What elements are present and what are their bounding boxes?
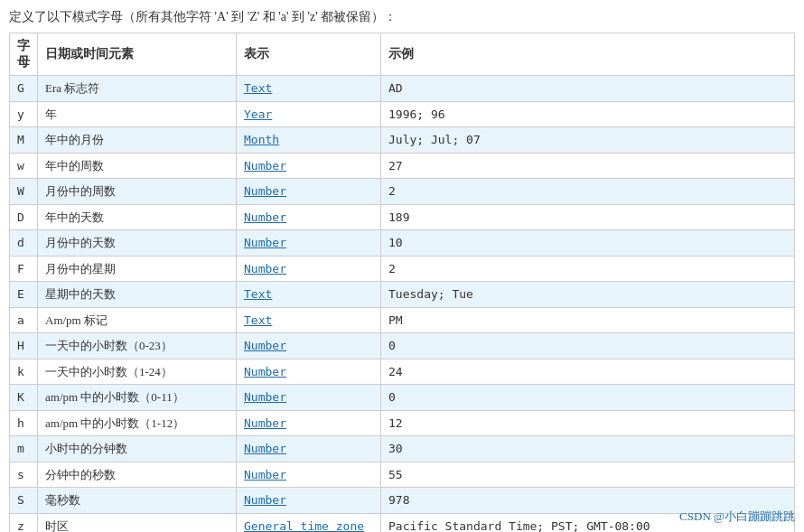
table-row: F月份中的星期Number2 — [10, 256, 795, 282]
cell-letter: W — [10, 179, 38, 205]
repr-link[interactable]: Text — [244, 81, 272, 95]
cell-representation[interactable]: Number — [237, 436, 381, 462]
table-row: H一天中的小时数（0-23）Number0 — [10, 333, 795, 359]
table-row: aAm/pm 标记TextPM — [10, 307, 795, 333]
cell-description: 年 — [38, 101, 237, 127]
cell-description: 年中的月份 — [38, 127, 237, 154]
cell-letter: S — [10, 488, 38, 514]
repr-link[interactable]: Number — [244, 339, 286, 352]
header-desc: 日期或时间元素 — [38, 33, 237, 76]
cell-representation[interactable]: Number — [237, 230, 381, 257]
cell-letter: G — [10, 76, 38, 102]
table-row: y年Year1996; 96 — [10, 101, 795, 127]
repr-link[interactable]: Number — [244, 416, 286, 430]
cell-example: 1996; 96 — [381, 101, 795, 127]
repr-link[interactable]: Number — [244, 468, 286, 481]
cell-example: 2 — [381, 256, 795, 282]
watermark: CSDN @小白蹦蹦跳跳 — [679, 509, 795, 525]
cell-representation[interactable]: Number — [237, 385, 381, 411]
cell-letter: m — [10, 436, 38, 462]
repr-link[interactable]: Month — [244, 133, 279, 146]
cell-description: 月份中的星期 — [38, 256, 237, 282]
table-row: D年中的天数Number189 — [10, 204, 795, 230]
cell-description: 时区 — [38, 513, 237, 532]
repr-link[interactable]: Text — [244, 287, 272, 301]
cell-letter: k — [10, 359, 38, 385]
cell-example: 55 — [381, 462, 795, 488]
table-header-row: 字母 日期或时间元素 表示 示例 — [10, 33, 795, 76]
cell-description: 毫秒数 — [38, 488, 237, 514]
cell-representation[interactable]: Number — [237, 179, 381, 205]
table-row: k一天中的小时数（1-24）Number24 — [10, 359, 795, 385]
cell-example: July; Jul; 07 — [381, 127, 795, 154]
cell-letter: h — [10, 410, 38, 436]
cell-example: 0 — [381, 385, 795, 411]
cell-representation[interactable]: Number — [237, 410, 381, 436]
cell-description: 分钟中的秒数 — [38, 462, 237, 488]
cell-representation[interactable]: Number — [237, 359, 381, 385]
repr-link[interactable]: Number — [244, 159, 286, 173]
cell-letter: d — [10, 230, 38, 257]
header-example: 示例 — [381, 33, 795, 76]
table-row: ham/pm 中的小时数（1-12）Number12 — [10, 410, 795, 436]
cell-representation[interactable]: Year — [237, 101, 381, 127]
cell-representation[interactable]: Month — [237, 127, 381, 154]
cell-description: 一天中的小时数（0-23） — [38, 333, 237, 359]
cell-representation[interactable]: Number — [237, 256, 381, 282]
cell-representation[interactable]: Number — [237, 153, 381, 179]
repr-link[interactable]: Year — [244, 107, 272, 121]
cell-example: 24 — [381, 359, 795, 385]
table-row: w年中的周数Number27 — [10, 153, 795, 179]
table-row: z时区General time zonePacific Standard Tim… — [10, 513, 795, 532]
table-row: GEra 标志符TextAD — [10, 76, 795, 102]
cell-example: Tuesday; Tue — [381, 282, 795, 308]
repr-link[interactable]: Text — [244, 313, 272, 327]
table-row: m小时中的分钟数Number30 — [10, 436, 795, 462]
cell-example: 189 — [381, 204, 795, 230]
repr-link[interactable]: Number — [244, 236, 286, 249]
intro-text: 定义了以下模式字母（所有其他字符 'A' 到 'Z' 和 'a' 到 'z' 都… — [0, 0, 804, 33]
repr-link[interactable]: Number — [244, 442, 286, 455]
repr-link[interactable]: Number — [244, 493, 286, 507]
cell-example: 0 — [381, 333, 795, 359]
table-row: Kam/pm 中的小时数（0-11）Number0 — [10, 385, 795, 411]
cell-example: PM — [381, 307, 795, 333]
table-wrapper: 字母 日期或时间元素 表示 示例 GEra 标志符TextADy年Year199… — [0, 33, 804, 532]
cell-letter: w — [10, 153, 38, 179]
repr-link[interactable]: Number — [244, 184, 286, 198]
pattern-table: 字母 日期或时间元素 表示 示例 GEra 标志符TextADy年Year199… — [9, 33, 795, 532]
header-repr: 表示 — [237, 33, 381, 76]
cell-description: 一天中的小时数（1-24） — [38, 359, 237, 385]
cell-representation[interactable]: Number — [237, 488, 381, 514]
cell-description: 年中的天数 — [38, 204, 237, 230]
cell-representation[interactable]: Number — [237, 462, 381, 488]
cell-example: 12 — [381, 410, 795, 436]
cell-representation[interactable]: Text — [237, 307, 381, 333]
repr-link[interactable]: Number — [244, 365, 286, 378]
header-letter: 字母 — [10, 33, 38, 76]
cell-representation[interactable]: General time zone — [237, 513, 381, 532]
cell-representation[interactable]: Number — [237, 204, 381, 230]
cell-letter: M — [10, 127, 38, 154]
table-row: S毫秒数Number978 — [10, 488, 795, 514]
cell-letter: H — [10, 333, 38, 359]
table-row: M年中的月份MonthJuly; Jul; 07 — [10, 127, 795, 154]
cell-description: Era 标志符 — [38, 76, 237, 102]
cell-example: 10 — [381, 230, 795, 257]
cell-letter: y — [10, 101, 38, 127]
cell-letter: D — [10, 204, 38, 230]
cell-description: 星期中的天数 — [38, 282, 237, 308]
repr-link[interactable]: General time zone — [244, 519, 364, 532]
table-row: W月份中的周数Number2 — [10, 179, 795, 205]
repr-link[interactable]: Number — [244, 210, 286, 224]
cell-letter: s — [10, 462, 38, 488]
repr-link[interactable]: Number — [244, 390, 286, 404]
table-row: E星期中的天数TextTuesday; Tue — [10, 282, 795, 308]
cell-representation[interactable]: Number — [237, 333, 381, 359]
cell-representation[interactable]: Text — [237, 282, 381, 308]
cell-letter: a — [10, 307, 38, 333]
cell-representation[interactable]: Text — [237, 76, 381, 102]
intro-paragraph: 定义了以下模式字母（所有其他字符 'A' 到 'Z' 和 'a' 到 'z' 都… — [0, 0, 804, 33]
cell-letter: F — [10, 256, 38, 282]
repr-link[interactable]: Number — [244, 262, 286, 275]
